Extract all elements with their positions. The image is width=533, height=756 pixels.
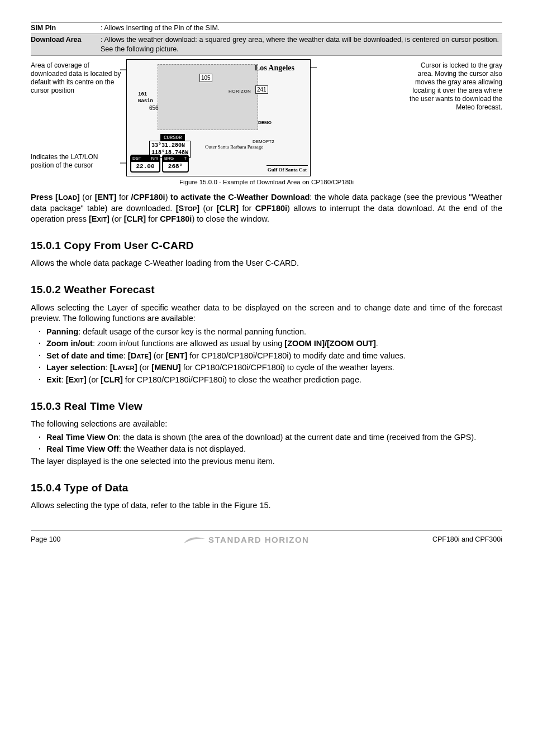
page-footer: Page 100 STANDARD HORIZON CPF180i and CP…	[31, 530, 502, 546]
section-2-heading: 15.0.2 Weather Forecast	[31, 283, 502, 297]
list-item: Real Time View Off: the Weather data is …	[39, 444, 502, 455]
list-item: Zoom in/out: zoom in/out functions are a…	[39, 338, 502, 350]
map-n241: 241	[255, 85, 268, 94]
map-n656: 656	[149, 104, 159, 112]
dlarea-desc: : Allows the weather download: a squared…	[101, 34, 502, 55]
definitions-table: SIM Pin : Allows inserting of the Pin of…	[31, 23, 502, 56]
bar-dst: DST	[132, 156, 141, 162]
figure-left-caption-bottom: Indicates the LAT/LON position of the cu…	[31, 151, 123, 170]
section-3-text2: The layer displayed is the one selected …	[31, 456, 502, 467]
section-3-list: Real Time View On: the data is shown (th…	[39, 432, 502, 455]
map-lat: 33°31.280N	[151, 142, 188, 150]
bar-t: T	[184, 156, 187, 162]
dlarea-term: Download Area	[31, 34, 101, 55]
main-paragraph: Press [LOAD] (or [ENT] for /CPF180i) to …	[31, 192, 502, 225]
section-3-heading: 15.0.3 Real Time View	[31, 399, 502, 414]
section-3-text: The following selections are available:	[31, 419, 502, 430]
list-item: Panning: default usage of the cursor key…	[39, 327, 502, 338]
bar-brg: BRG	[164, 156, 174, 162]
bar-val2: 268°	[163, 162, 188, 171]
map-gulf: Gulf Of Santa Cat	[266, 165, 308, 173]
page-number: Page 100	[31, 535, 61, 544]
list-item: Set of date and time: [DATE] (or [ENT] f…	[39, 351, 502, 362]
figure-right-caption: Cursor is locked to the gray area. Movin…	[407, 59, 502, 112]
footer-model: CPF180i and CPF300i	[432, 535, 502, 544]
bar-val1: 22.00	[131, 162, 159, 171]
map-demopt: DEMOPT2	[253, 139, 274, 145]
list-item: Exit: [EXIT] (or [CLR] for CP180/CP180i/…	[39, 375, 502, 386]
figure-caption: Figure 15.0.0 - Example of Download Area…	[31, 178, 502, 187]
list-item: Layer selection: [LAYER] (or [MENU] for …	[39, 362, 502, 374]
bar-nm: Nm	[151, 156, 158, 162]
map-n105: 105	[199, 74, 212, 83]
section-1-heading: 15.0.1 Copy From User C-CARD	[31, 238, 502, 253]
section-4-text: Allows selecting the type of data, refer…	[31, 500, 502, 511]
swoosh-icon	[184, 535, 205, 544]
simpin-desc: : Allows inserting of the Pin of the SIM…	[101, 23, 502, 34]
figure-left-caption-top: Area of coverage of downloaded data is l…	[31, 59, 123, 95]
brand-text: STANDARD HORIZON	[208, 534, 309, 546]
map-demo: DEMO	[258, 120, 272, 126]
section-2-list: Panning: default usage of the cursor key…	[39, 327, 502, 386]
brand-logo: STANDARD HORIZON	[184, 534, 309, 546]
map-horizon: HORIZON	[229, 89, 251, 95]
list-item: Real Time View On: the data is shown (th…	[39, 432, 502, 443]
section-4-heading: 15.0.4 Type of Data	[31, 481, 502, 495]
map-screenshot: Los Angeles 105 241 101 Basin 656 HORIZO…	[126, 59, 311, 176]
map-basin: 101 Basin	[138, 91, 153, 104]
simpin-term: SIM Pin	[31, 23, 101, 34]
figure-area: Area of coverage of downloaded data is l…	[31, 59, 502, 187]
section-2-text: Allows selecting the Layer of specific w…	[31, 303, 502, 324]
map-city: Los Angeles	[255, 63, 294, 74]
section-1-text: Allows the whole data package C-Weather …	[31, 258, 502, 269]
